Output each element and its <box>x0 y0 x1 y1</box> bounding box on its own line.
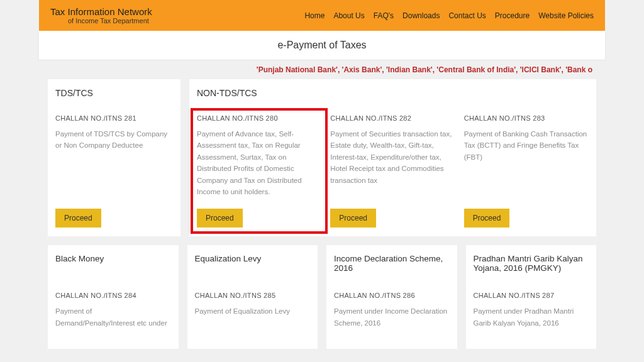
challan-description: Payment of Demand/Penalty/Interest etc u… <box>55 305 171 329</box>
nav-faqs[interactable]: FAQ's <box>374 11 394 20</box>
challan-description: Payment under Pradhan Mantri Garib Kalya… <box>474 305 589 329</box>
section-title: Equalization Levy <box>195 254 311 275</box>
proceed-button-281[interactable]: Proceed <box>55 209 101 228</box>
brand-subtitle: of Income Tax Department <box>68 17 152 25</box>
section-title: Black Money <box>55 254 171 275</box>
brand-title: Tax Information Network <box>50 6 152 17</box>
challan-280-highlighted: CHALLAN NO./ITNS 280 Payment of Advance … <box>192 109 326 233</box>
challan-description: Payment of TDS/TCS by Company or Non Com… <box>55 128 173 197</box>
challan-description: Payment of Advance tax, Self-Assessment … <box>197 128 321 197</box>
section-title-nontds: NON-TDS/TCS <box>197 88 589 98</box>
brand: Tax Information Network of Income Tax De… <box>50 6 152 25</box>
nav-contact-us[interactable]: Contact Us <box>448 11 486 20</box>
card-pmgky: Pradhan Mantri Garib Kalyan Yojana, 2016… <box>466 245 597 349</box>
section-title: Pradhan Mantri Garib Kalyan Yojana, 2016… <box>474 254 589 275</box>
nav-procedure[interactable]: Procedure <box>495 11 530 20</box>
challan-282: CHALLAN NO./ITNS 282 Payment of Securiti… <box>330 114 455 228</box>
challan-number: CHALLAN NO./ITNS 281 <box>55 114 173 122</box>
challan-number: CHALLAN NO./ITNS 286 <box>334 292 450 299</box>
challan-number: CHALLAN NO./ITNS 284 <box>55 292 171 299</box>
proceed-button-282[interactable]: Proceed <box>330 209 376 228</box>
challan-description: Payment of Banking Cash Transaction Tax … <box>464 128 589 197</box>
card-tds-tcs: TDS/TCS CHALLAN NO./ITNS 281 Payment of … <box>48 79 180 236</box>
challan-number: CHALLAN NO./ITNS 280 <box>197 114 321 122</box>
nav-website-policies[interactable]: Website Policies <box>538 11 594 20</box>
card-black-money: Black Money CHALLAN NO./ITNS 284 Payment… <box>48 245 179 349</box>
proceed-button-283[interactable]: Proceed <box>464 209 510 228</box>
challan-number: CHALLAN NO./ITNS 282 <box>330 114 455 122</box>
card-equalization-levy: Equalization Levy CHALLAN NO./ITNS 285 P… <box>187 245 318 349</box>
nav-downloads[interactable]: Downloads <box>402 11 440 20</box>
bank-marquee: 'Punjab National Bank', 'Axis Bank', 'In… <box>39 60 605 79</box>
challan-number: CHALLAN NO./ITNS 287 <box>474 292 589 299</box>
header: Tax Information Network of Income Tax De… <box>39 0 605 31</box>
challan-number: CHALLAN NO./ITNS 283 <box>464 114 589 122</box>
section-title-tds: TDS/TCS <box>55 88 173 98</box>
page-title: e-Payment of Taxes <box>39 31 605 60</box>
nav-about-us[interactable]: About Us <box>333 11 364 20</box>
challan-description: Payment of Equalization Levy <box>195 305 311 324</box>
proceed-button-280[interactable]: Proceed <box>197 209 243 228</box>
challan-283: CHALLAN NO./ITNS 283 Payment of Banking … <box>464 114 589 228</box>
challan-description: Payment under Income Declaration Scheme,… <box>334 305 450 329</box>
challan-description: Payment of Securities transaction tax, E… <box>330 128 455 197</box>
main-nav: Home About Us FAQ's Downloads Contact Us… <box>304 11 594 20</box>
challan-number: CHALLAN NO./ITNS 285 <box>195 292 311 299</box>
nav-home[interactable]: Home <box>304 11 325 20</box>
card-income-declaration: Income Declaration Scheme, 2016 CHALLAN … <box>326 245 457 349</box>
card-non-tds-tcs: NON-TDS/TCS CHALLAN NO./ITNS 280 Payment… <box>189 79 596 236</box>
section-title: Income Declaration Scheme, 2016 <box>334 254 450 275</box>
